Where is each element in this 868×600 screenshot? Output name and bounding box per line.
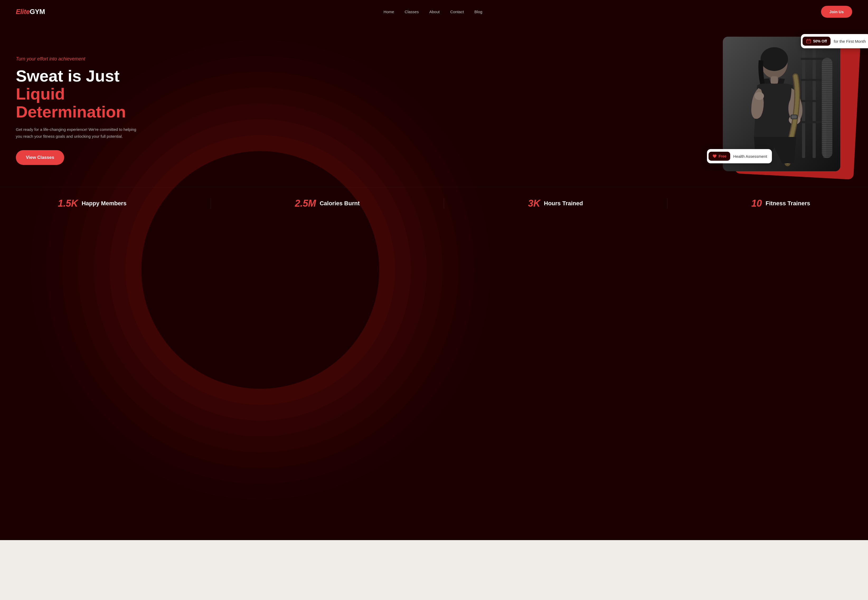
svg-point-10 <box>760 47 788 71</box>
logo-gym: GYM <box>30 8 45 15</box>
health-text: Health Assessment <box>733 154 767 159</box>
stat-calories: 2.5M Calories Burnt <box>295 198 360 209</box>
discount-tag: 50% Off <box>803 37 830 45</box>
nav-about[interactable]: About <box>429 9 440 14</box>
hero-image-area: 50% Off for the First Month Free Health … <box>715 37 852 185</box>
navbar: EliteGYM Home Classes About Contact Blog… <box>0 0 868 23</box>
logo-elite: Elite <box>16 8 30 15</box>
hero-subtitle: Turn your effort into achievement <box>16 56 158 62</box>
hero-section: EliteGYM Home Classes About Contact Blog… <box>0 0 868 540</box>
svg-rect-8 <box>801 121 829 123</box>
svg-rect-7 <box>801 100 829 102</box>
nav-links: Home Classes About Contact Blog <box>384 9 482 14</box>
nav-blog[interactable]: Blog <box>474 9 482 14</box>
stat-number-trainers: 10 <box>751 198 762 209</box>
bottom-beige-area <box>0 540 868 556</box>
svg-point-13 <box>754 92 764 100</box>
hero-content: Turn your effort into achievement Sweat … <box>0 23 868 187</box>
stat-happy-members: 1.5K Happy Members <box>58 198 126 209</box>
stat-label-members: Happy Members <box>82 200 126 207</box>
stat-number-members: 1.5K <box>58 198 78 209</box>
nav-home[interactable]: Home <box>384 9 394 14</box>
stat-label-trainers: Fitness Trainers <box>766 200 810 207</box>
stat-trainers: 10 Fitness Trainers <box>751 198 810 209</box>
nav-contact[interactable]: Contact <box>450 9 464 14</box>
discount-text: for the First Month <box>834 39 866 44</box>
join-us-button[interactable]: Join Us <box>821 6 852 18</box>
svg-rect-6 <box>801 79 829 81</box>
stats-bar: 1.5K Happy Members 2.5M Calories Burnt 3… <box>0 187 868 220</box>
stat-divider-3 <box>667 198 668 209</box>
hero-title-line1: Sweat is Just <box>16 67 120 85</box>
svg-rect-4 <box>823 47 826 158</box>
svg-rect-16 <box>806 39 811 43</box>
hero-title: Sweat is Just Liquid Determination <box>16 67 158 121</box>
stat-number-hours: 3K <box>528 198 540 209</box>
stat-hours: 3K Hours Trained <box>528 198 583 209</box>
stat-number-calories: 2.5M <box>295 198 316 209</box>
health-tag: Free <box>709 152 730 161</box>
calendar-icon <box>806 39 811 44</box>
stat-divider-1 <box>211 198 211 209</box>
hero-text: Turn your effort into achievement Sweat … <box>16 56 158 165</box>
discount-badge: 50% Off for the First Month <box>801 34 868 48</box>
view-classes-button[interactable]: View Classes <box>16 150 64 165</box>
health-badge: Free Health Assessment <box>707 149 772 163</box>
svg-rect-5 <box>801 58 829 60</box>
svg-rect-3 <box>813 47 816 158</box>
hero-title-line2: Liquid Determination <box>16 85 126 121</box>
stat-divider-2 <box>444 198 444 209</box>
nav-classes[interactable]: Classes <box>405 9 419 14</box>
svg-rect-15 <box>791 115 797 118</box>
discount-percent: 50% Off <box>813 39 827 43</box>
hero-description: Get ready for a life-changing experience… <box>16 126 137 139</box>
stat-label-calories: Calories Burnt <box>320 200 360 207</box>
heart-icon <box>712 154 717 159</box>
stat-label-hours: Hours Trained <box>544 200 583 207</box>
svg-rect-2 <box>802 47 805 158</box>
free-label: Free <box>719 154 727 158</box>
logo: EliteGYM <box>16 8 45 16</box>
